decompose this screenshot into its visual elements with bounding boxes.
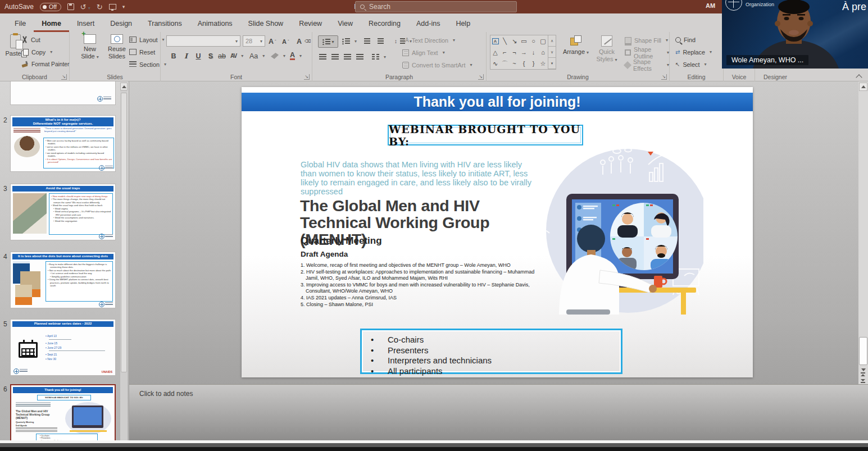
- align-center-button[interactable]: [331, 52, 339, 62]
- thumbnail-slide-4[interactable]: It is less about the dots but more about…: [10, 252, 116, 308]
- thumbnail-slide-5[interactable]: Planned webinar series dates - 2022 Apri…: [10, 319, 116, 376]
- character-spacing-button[interactable]: AV: [230, 51, 243, 61]
- shape-rounded-rectangle[interactable]: ▢: [538, 35, 548, 47]
- undo-icon[interactable]: ↺: [80, 3, 90, 11]
- customize-toolbar-icon[interactable]: ▾: [122, 4, 125, 10]
- shape-star[interactable]: ☆: [538, 58, 548, 69]
- reset-button[interactable]: Reset: [129, 47, 155, 57]
- drawing-dialog-launcher[interactable]: ↘: [661, 74, 667, 80]
- align-text-button[interactable]: Align Text: [402, 48, 445, 57]
- shape-gallery[interactable]: A ╲ ↘ ▭ ○ ▢ △ ⌐ ¬ → ↓ ⌂ ∿ ⌒ ~ { } ☆ ∧: [490, 35, 556, 70]
- tab-slide-show[interactable]: Slide Show: [240, 16, 292, 32]
- slide-subheading[interactable]: Quarterly Meeting: [301, 235, 382, 247]
- columns-button[interactable]: [372, 52, 386, 62]
- gallery-more[interactable]: ▾: [548, 58, 556, 69]
- layout-button[interactable]: Layout: [129, 35, 164, 44]
- next-slide-button[interactable]: [861, 379, 865, 383]
- scroll-thumb[interactable]: [859, 337, 867, 365]
- arrange-button[interactable]: Arrange: [561, 35, 591, 56]
- tab-file[interactable]: File: [7, 16, 34, 32]
- text-shadow-button[interactable]: S: [206, 51, 216, 61]
- shape-rectangle[interactable]: ▭: [519, 35, 529, 47]
- vertical-scrollbar[interactable]: [858, 81, 868, 384]
- save-icon[interactable]: [67, 3, 74, 10]
- tab-transitions[interactable]: Transitions: [140, 16, 190, 32]
- webinar-banner-box[interactable]: WEBINAR BROUGHT TO YOU BY:: [388, 125, 583, 145]
- shape-arc[interactable]: ⌒: [500, 58, 510, 69]
- shape-textbox[interactable]: A: [490, 35, 500, 47]
- find-button[interactable]: Find: [675, 35, 696, 44]
- font-size-combo[interactable]: 28▾: [243, 35, 265, 47]
- agenda-label[interactable]: Draft Agenda: [301, 250, 348, 258]
- decrease-indent-button[interactable]: [364, 37, 370, 46]
- shape-fill-button[interactable]: Shape Fill: [625, 35, 668, 45]
- select-button[interactable]: ↖Select: [675, 60, 706, 69]
- convert-to-smartart-button[interactable]: Convert to SmartArt: [402, 60, 472, 70]
- shape-effects-button[interactable]: Shape Effects: [625, 60, 669, 70]
- gallery-scroll-up[interactable]: ∧: [548, 35, 556, 47]
- gallery-scroll-down[interactable]: ∨: [548, 47, 556, 58]
- tab-help[interactable]: Help: [448, 16, 478, 32]
- paragraph-dialog-launcher[interactable]: ↘: [478, 74, 484, 80]
- account-initials[interactable]: AM: [706, 2, 715, 9]
- agenda-list[interactable]: 1. Welcome, recap of first meeting and o…: [301, 262, 541, 308]
- shape-outline-button[interactable]: Shape Outline: [625, 48, 669, 57]
- copy-button[interactable]: Copy: [21, 47, 52, 57]
- intro-paragraph[interactable]: Global HIV data shows that Men living wi…: [301, 160, 539, 196]
- thumbnail-slide-1[interactable]: [10, 81, 116, 105]
- shape-arrow[interactable]: ↘: [510, 35, 519, 47]
- shape-down-arrow[interactable]: ↓: [529, 47, 538, 58]
- change-case-button[interactable]: Aa: [249, 51, 265, 61]
- bold-button[interactable]: B: [169, 51, 179, 61]
- font-color-button[interactable]: A: [290, 51, 302, 61]
- grow-font-button[interactable]: Aˆ: [269, 37, 276, 46]
- shrink-font-button[interactable]: Aˇ: [282, 37, 289, 46]
- shape-right-brace[interactable]: }: [529, 58, 538, 69]
- collapse-ribbon-button[interactable]: [855, 74, 864, 81]
- tab-home[interactable]: Home: [34, 16, 69, 32]
- numbering-button[interactable]: [342, 37, 357, 46]
- shape-elbow-connector[interactable]: ⌐: [500, 47, 510, 58]
- thumbnail-scroll-thumb[interactable]: [121, 93, 127, 372]
- align-right-button[interactable]: [344, 52, 351, 62]
- font-dialog-launcher[interactable]: ↘: [304, 74, 310, 80]
- start-presentation-icon[interactable]: [109, 4, 116, 10]
- thumbnail-slide-3[interactable]: Avoid the usual traps New models should …: [10, 184, 116, 240]
- shape-oval[interactable]: ○: [529, 35, 538, 47]
- thumbnail-scroll-up-button[interactable]: [120, 83, 128, 90]
- clear-formatting-button[interactable]: A⌫: [297, 37, 311, 46]
- cut-button[interactable]: Cut: [21, 35, 40, 44]
- shape-curve[interactable]: ~: [510, 58, 519, 69]
- italic-button[interactable]: I: [181, 51, 191, 61]
- strikethrough-button[interactable]: ab: [217, 51, 227, 61]
- text-direction-button[interactable]: ↕AText Direction: [402, 35, 455, 45]
- redo-icon[interactable]: ↻: [97, 3, 103, 11]
- shape-triangle[interactable]: △: [490, 47, 500, 58]
- notes-pane[interactable]: Click to add notes: [129, 384, 868, 440]
- shape-pentagon[interactable]: ⌂: [538, 47, 548, 58]
- search-input[interactable]: Search: [355, 1, 517, 12]
- quick-styles-button[interactable]: Quick Styles: [592, 35, 621, 62]
- thumbnail-scrollbar[interactable]: [120, 83, 128, 443]
- thumbnail-slide-6-selected[interactable]: Thank you all for joining! WEBINAR BROUG…: [10, 384, 116, 443]
- slide-canvas[interactable]: Thank you all for joining! WEBINAR BROUG…: [242, 87, 753, 377]
- tab-add-ins[interactable]: Add-ins: [408, 16, 448, 32]
- thumbnail-slide-2[interactable]: What's in it for me(n)?Differentiate NOT…: [10, 115, 116, 172]
- tab-view[interactable]: View: [330, 16, 361, 32]
- format-painter-button[interactable]: Format Painter: [21, 60, 69, 69]
- clipboard-dialog-launcher[interactable]: ↘: [61, 74, 67, 80]
- bullets-button[interactable]: ▾: [318, 35, 338, 48]
- justify-button[interactable]: [356, 52, 363, 62]
- tab-recording[interactable]: Recording: [361, 16, 408, 32]
- new-slide-button[interactable]: New Slide: [76, 34, 103, 60]
- shape-scribble[interactable]: ∿: [490, 58, 500, 69]
- tab-animations[interactable]: Animations: [190, 16, 240, 32]
- reuse-slides-button[interactable]: Reuse Slides: [103, 34, 130, 60]
- scroll-up-button[interactable]: [859, 83, 867, 91]
- increase-indent-button[interactable]: [378, 37, 384, 46]
- underline-button[interactable]: U: [193, 51, 203, 61]
- previous-slide-button[interactable]: [861, 372, 865, 376]
- shape-left-brace[interactable]: {: [519, 58, 529, 69]
- replace-button[interactable]: ⇄Replace: [675, 47, 712, 57]
- align-left-button[interactable]: [319, 52, 326, 62]
